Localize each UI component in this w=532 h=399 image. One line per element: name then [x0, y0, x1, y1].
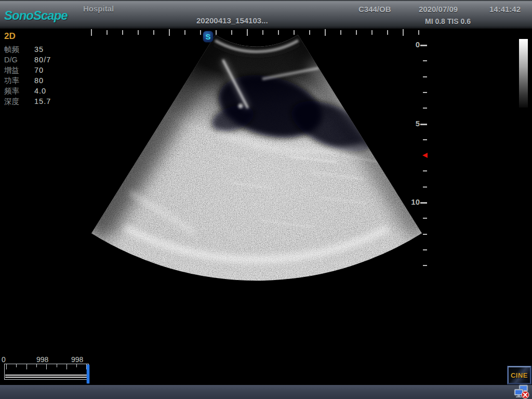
depth-label: 0: [408, 40, 420, 49]
ruler-tick: [216, 30, 217, 35]
ruler-tick: [200, 30, 201, 35]
cine-total-value: 998: [71, 355, 83, 364]
cine-tick: [46, 364, 47, 369]
ultrasound-screen: SonoScape Hospital C344/OB 2020/07/09 14…: [0, 0, 532, 399]
ruler-tick: [423, 92, 427, 93]
ruler-tick: [420, 124, 427, 125]
param-value: 4.0: [34, 86, 46, 96]
param-row-depth: 深度 15.7: [4, 96, 82, 107]
param-label: D/G: [4, 55, 34, 65]
ruler-tick: [371, 30, 373, 35]
network-disconnected-icon[interactable]: [513, 384, 530, 399]
param-row-dg: D/G 80/7: [4, 55, 82, 65]
param-value: 70: [34, 65, 44, 75]
cine-start-value: 0: [2, 355, 6, 364]
ruler-tick: [423, 187, 427, 188]
ruler-tick: [278, 30, 279, 35]
ruler-tick: [420, 202, 427, 204]
cine-current-value: 998: [36, 355, 48, 364]
cine-progress-line: [5, 377, 88, 378]
ruler-tick: [262, 30, 263, 35]
cine-button[interactable]: CINE: [508, 366, 531, 384]
param-row-gain: 增益 70: [4, 65, 82, 75]
ruler-tick: [294, 30, 295, 35]
param-value: 80/7: [34, 55, 51, 65]
ruler-tick: [247, 29, 248, 36]
focus-marker[interactable]: [422, 153, 428, 158]
parameter-panel: 2D 帧频 35 D/G 80/7 增益 70 功率 80 频率 4.0 深度 …: [4, 31, 82, 107]
ruler-tick: [423, 234, 427, 235]
ruler-tick: [418, 30, 419, 35]
ruler-tick: [423, 108, 427, 109]
bottom-status-bar: [0, 385, 532, 399]
ruler-tick: [169, 29, 170, 36]
ruler-tick: [153, 30, 154, 35]
cine-tick: [16, 364, 17, 367]
cine-tick: [66, 364, 67, 369]
cine-position-marker[interactable]: [87, 365, 89, 383]
cine-progress-line: [5, 375, 88, 376]
param-label: 功率: [4, 75, 34, 86]
ruler-tick: [423, 265, 427, 266]
ruler-tick: [309, 30, 310, 35]
param-row-framerate: 帧频 35: [4, 44, 82, 55]
ruler-tick: [423, 76, 427, 77]
ruler-tick: [325, 29, 326, 36]
ruler-tick: [423, 218, 427, 219]
ruler-tick: [387, 30, 388, 35]
mode-label: 2D: [4, 31, 82, 42]
cine-tick: [76, 364, 77, 367]
ruler-tick: [423, 139, 427, 140]
ruler-tick: [138, 30, 139, 35]
ruler-tick: [184, 30, 185, 35]
param-label: 频率: [4, 86, 34, 96]
param-row-power: 功率 80: [4, 75, 82, 86]
depth-label: 10: [408, 197, 420, 206]
depth-label: 5: [408, 119, 420, 128]
cine-tick: [57, 364, 57, 367]
ruler-tick: [91, 29, 92, 36]
ruler-tick: [420, 45, 427, 46]
cine-track[interactable]: [4, 364, 89, 380]
ruler-tick: [423, 170, 427, 171]
cine-tick: [36, 364, 37, 367]
param-label: 增益: [4, 65, 34, 75]
cine-tick: [6, 364, 7, 369]
ruler-tick: [340, 30, 341, 35]
param-value: 80: [34, 75, 44, 86]
ruler-tick: [231, 30, 232, 35]
param-value: 35: [34, 44, 44, 55]
cine-tick: [26, 364, 27, 369]
param-label: 深度: [4, 96, 34, 107]
probe-orientation-marker: S: [203, 31, 214, 43]
grayscale-bar: [519, 39, 528, 108]
ruler-tick: [423, 249, 427, 250]
ruler-tick: [403, 29, 404, 36]
ruler-tick: [356, 30, 357, 35]
param-row-frequency: 频率 4.0: [4, 86, 82, 96]
ruler-tick: [122, 30, 123, 35]
ruler-tick: [423, 60, 427, 61]
param-label: 帧频: [4, 44, 34, 55]
ruler-tick: [107, 30, 108, 35]
param-value: 15.7: [34, 96, 51, 107]
